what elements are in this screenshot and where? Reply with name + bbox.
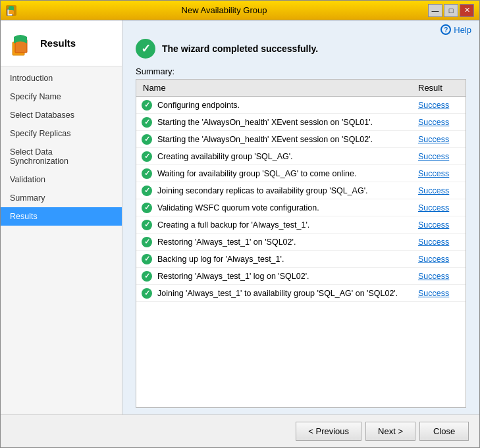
window-title: New Availability Group bbox=[20, 5, 428, 15]
row-result-link[interactable]: Success bbox=[413, 167, 466, 180]
help-link[interactable]: ? Help bbox=[440, 24, 471, 35]
row-result-link[interactable]: Success bbox=[413, 116, 466, 129]
row-name: Joining secondary replicas to availabili… bbox=[155, 184, 413, 197]
success-header: ✓ The wizard completed successfully. bbox=[136, 39, 466, 59]
row-status-icon: ✓ bbox=[140, 287, 153, 300]
column-header-result: Result bbox=[413, 80, 466, 96]
row-result-link[interactable]: Success bbox=[413, 287, 466, 300]
table-row: ✓Starting the 'AlwaysOn_health' XEvent s… bbox=[136, 114, 466, 131]
row-status-icon: ✓ bbox=[140, 116, 153, 129]
sidebar-item-results[interactable]: Results bbox=[1, 207, 122, 226]
close-window-button[interactable]: ✕ bbox=[460, 4, 474, 17]
row-status-icon: ✓ bbox=[140, 133, 153, 146]
row-name: Starting the 'AlwaysOn_health' XEvent se… bbox=[155, 116, 413, 129]
row-status-icon: ✓ bbox=[140, 99, 153, 112]
maximize-button[interactable]: □ bbox=[444, 4, 458, 17]
sidebar: Results Introduction Specify Name Select… bbox=[1, 20, 122, 414]
titlebar-buttons: — □ ✕ bbox=[428, 4, 474, 17]
sidebar-item-introduction[interactable]: Introduction bbox=[1, 69, 122, 87]
help-icon: ? bbox=[440, 24, 451, 35]
row-status-icon: ✓ bbox=[140, 150, 153, 163]
sidebar-item-validation[interactable]: Validation bbox=[1, 170, 122, 189]
table-row: ✓Restoring 'Always_test_1' on 'SQL02'.Su… bbox=[136, 234, 466, 251]
column-header-name: Name bbox=[136, 80, 413, 96]
sidebar-logo bbox=[7, 30, 34, 57]
table-row: ✓Restoring 'Always_test_1' log on 'SQL02… bbox=[136, 268, 466, 285]
row-status-icon: ✓ bbox=[140, 167, 153, 180]
sidebar-item-summary[interactable]: Summary bbox=[1, 189, 122, 207]
row-result-link[interactable]: Success bbox=[413, 99, 466, 112]
row-name: Restoring 'Always_test_1' on 'SQL02'. bbox=[155, 236, 413, 249]
row-status-icon: ✓ bbox=[140, 236, 153, 249]
sidebar-item-select-data-sync[interactable]: Select Data Synchronization bbox=[1, 143, 122, 170]
success-icon: ✓ bbox=[136, 39, 155, 59]
table-row: ✓Creating a full backup for 'Always_test… bbox=[136, 216, 466, 234]
row-name: Restoring 'Always_test_1' log on 'SQL02'… bbox=[155, 270, 413, 283]
titlebar: New Availability Group — □ ✕ bbox=[1, 1, 479, 20]
sidebar-title: Results bbox=[40, 37, 76, 49]
row-name: Joining 'Always_test_1' to availability … bbox=[155, 287, 413, 300]
sidebar-item-select-databases[interactable]: Select Databases bbox=[1, 106, 122, 124]
row-result-link[interactable]: Success bbox=[413, 253, 466, 266]
main-window: New Availability Group — □ ✕ Results bbox=[0, 0, 480, 448]
row-status-icon: ✓ bbox=[140, 184, 153, 197]
table-row: ✓Configuring endpoints.Success bbox=[136, 97, 466, 114]
table-row: ✓Waiting for availability group 'SQL_AG'… bbox=[136, 165, 466, 182]
content-area: Results Introduction Specify Name Select… bbox=[1, 20, 479, 414]
main-content: ? Help ✓ The wizard completed successful… bbox=[122, 20, 479, 414]
row-name: Validating WSFC quorum vote configuratio… bbox=[155, 201, 413, 214]
row-status-icon: ✓ bbox=[140, 218, 153, 232]
help-label: Help bbox=[454, 25, 471, 35]
success-message: The wizard completed successfully. bbox=[162, 43, 318, 54]
table-row: ✓Joining 'Always_test_1' to availability… bbox=[136, 285, 466, 302]
row-result-link[interactable]: Success bbox=[413, 150, 466, 163]
row-status-icon: ✓ bbox=[140, 201, 153, 214]
row-name: Starting the 'AlwaysOn_health' XEvent se… bbox=[155, 133, 413, 146]
next-button[interactable]: Next > bbox=[365, 422, 415, 441]
help-bar: ? Help bbox=[122, 20, 479, 39]
sidebar-header: Results bbox=[1, 20, 122, 66]
nav-items: Introduction Specify Name Select Databas… bbox=[1, 66, 122, 414]
row-name: Waiting for availability group 'SQL_AG' … bbox=[155, 167, 413, 180]
row-result-link[interactable]: Success bbox=[413, 201, 466, 214]
row-result-link[interactable]: Success bbox=[413, 236, 466, 249]
row-name: Creating availability group 'SQL_AG'. bbox=[155, 150, 413, 163]
table-header: Name Result bbox=[136, 80, 466, 97]
table-row: ✓Backing up log for 'Always_test_1'.Succ… bbox=[136, 251, 466, 268]
table-body: ✓Configuring endpoints.Success✓Starting … bbox=[136, 97, 466, 302]
row-result-link[interactable]: Success bbox=[413, 133, 466, 146]
table-row: ✓Joining secondary replicas to availabil… bbox=[136, 182, 466, 199]
sidebar-item-specify-replicas[interactable]: Specify Replicas bbox=[1, 124, 122, 143]
summary-label: Summary: bbox=[136, 66, 466, 76]
sidebar-item-specify-name[interactable]: Specify Name bbox=[1, 87, 122, 106]
row-result-link[interactable]: Success bbox=[413, 184, 466, 197]
row-name: Creating a full backup for 'Always_test_… bbox=[155, 218, 413, 232]
results-table: Name Result ✓Configuring endpoints.Succe… bbox=[136, 79, 466, 408]
titlebar-icon bbox=[6, 5, 16, 16]
table-row: ✓Creating availability group 'SQL_AG'.Su… bbox=[136, 148, 466, 165]
row-result-link[interactable]: Success bbox=[413, 218, 466, 232]
row-status-icon: ✓ bbox=[140, 253, 153, 266]
row-name: Backing up log for 'Always_test_1'. bbox=[155, 253, 413, 266]
close-button[interactable]: Close bbox=[419, 422, 469, 441]
wizard-body: ✓ The wizard completed successfully. Sum… bbox=[122, 39, 479, 414]
footer: < Previous Next > Close bbox=[1, 414, 479, 447]
table-row: ✓Starting the 'AlwaysOn_health' XEvent s… bbox=[136, 131, 466, 148]
row-name: Configuring endpoints. bbox=[155, 99, 413, 112]
table-row: ✓Validating WSFC quorum vote configurati… bbox=[136, 199, 466, 216]
row-result-link[interactable]: Success bbox=[413, 270, 466, 283]
minimize-button[interactable]: — bbox=[428, 4, 442, 17]
row-status-icon: ✓ bbox=[140, 270, 153, 283]
previous-button[interactable]: < Previous bbox=[296, 422, 361, 441]
